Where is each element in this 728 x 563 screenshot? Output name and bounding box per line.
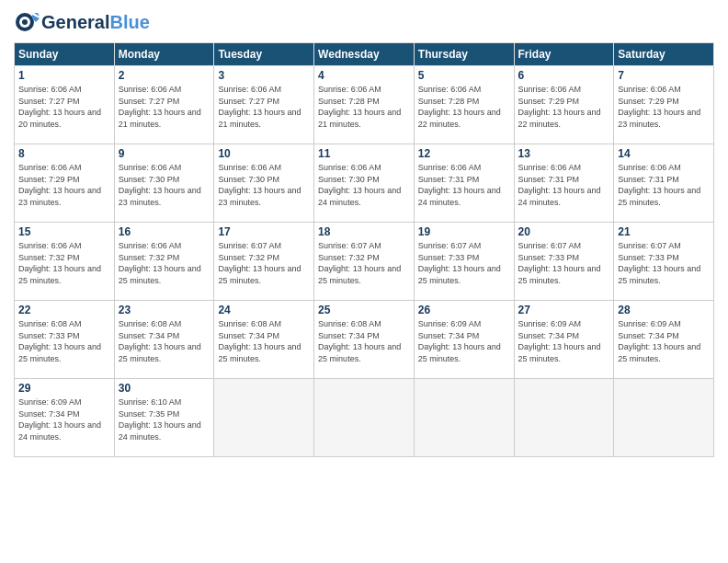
calendar-cell: 12 Sunrise: 6:06 AM Sunset: 7:31 PM Dayl…: [414, 144, 514, 223]
day-number: 3: [218, 69, 310, 82]
calendar-cell: 8 Sunrise: 6:06 AM Sunset: 7:29 PM Dayli…: [15, 144, 115, 223]
day-number: 22: [18, 304, 110, 316]
calendar-cell: 2 Sunrise: 6:06 AM Sunset: 7:27 PM Dayli…: [114, 66, 214, 144]
day-number: 8: [18, 147, 110, 160]
day-info: Sunrise: 6:06 AM Sunset: 7:31 PM Dayligh…: [518, 162, 610, 208]
day-info: Sunrise: 6:06 AM Sunset: 7:30 PM Dayligh…: [119, 162, 210, 208]
day-header-friday: Friday: [514, 43, 614, 66]
calendar-cell: 26 Sunrise: 6:09 AM Sunset: 7:34 PM Dayl…: [414, 301, 514, 379]
day-number: 25: [318, 304, 410, 316]
calendar-cell: 22 Sunrise: 6:08 AM Sunset: 7:33 PM Dayl…: [15, 301, 115, 379]
day-number: 13: [518, 147, 610, 160]
calendar-week-5: 29 Sunrise: 6:09 AM Sunset: 7:34 PM Dayl…: [15, 379, 714, 457]
day-info: Sunrise: 6:07 AM Sunset: 7:32 PM Dayligh…: [218, 240, 310, 286]
day-info: Sunrise: 6:06 AM Sunset: 7:27 PM Dayligh…: [119, 84, 210, 130]
day-info: Sunrise: 6:06 AM Sunset: 7:28 PM Dayligh…: [418, 84, 510, 130]
calendar-cell: 30 Sunrise: 6:10 AM Sunset: 7:35 PM Dayl…: [114, 379, 214, 457]
header: GeneralBlue: [14, 9, 714, 35]
calendar-week-1: 1 Sunrise: 6:06 AM Sunset: 7:27 PM Dayli…: [15, 66, 714, 144]
day-number: 20: [518, 225, 610, 238]
day-number: 14: [618, 147, 710, 160]
day-info: Sunrise: 6:09 AM Sunset: 7:34 PM Dayligh…: [18, 396, 110, 442]
calendar-cell: [414, 379, 514, 457]
calendar-table: SundayMondayTuesdayWednesdayThursdayFrid…: [14, 42, 714, 457]
day-info: Sunrise: 6:06 AM Sunset: 7:27 PM Dayligh…: [218, 84, 310, 130]
calendar-week-3: 15 Sunrise: 6:06 AM Sunset: 7:32 PM Dayl…: [15, 223, 714, 301]
calendar-cell: 25 Sunrise: 6:08 AM Sunset: 7:34 PM Dayl…: [314, 301, 415, 379]
day-number: 27: [518, 304, 610, 316]
logo: GeneralBlue: [14, 9, 150, 35]
logo-icon: [14, 9, 40, 35]
day-info: Sunrise: 6:08 AM Sunset: 7:34 PM Dayligh…: [119, 318, 210, 364]
logo-accent: Blue: [109, 12, 149, 32]
calendar-cell: 17 Sunrise: 6:07 AM Sunset: 7:32 PM Dayl…: [214, 223, 314, 301]
calendar-cell: 21 Sunrise: 6:07 AM Sunset: 7:33 PM Dayl…: [614, 223, 714, 301]
day-number: 21: [618, 225, 710, 238]
calendar-cell: 24 Sunrise: 6:08 AM Sunset: 7:34 PM Dayl…: [214, 301, 314, 379]
calendar-cell: 18 Sunrise: 6:07 AM Sunset: 7:32 PM Dayl…: [314, 223, 415, 301]
calendar-cell: 10 Sunrise: 6:06 AM Sunset: 7:30 PM Dayl…: [214, 144, 314, 223]
day-header-monday: Monday: [114, 43, 214, 66]
day-number: 11: [318, 147, 410, 160]
day-info: Sunrise: 6:08 AM Sunset: 7:34 PM Dayligh…: [218, 318, 310, 364]
day-number: 26: [418, 304, 510, 316]
day-header-wednesday: Wednesday: [314, 43, 415, 66]
calendar-cell: 20 Sunrise: 6:07 AM Sunset: 7:33 PM Dayl…: [514, 223, 614, 301]
calendar-cell: [614, 379, 714, 457]
logo-text: GeneralBlue: [41, 13, 150, 31]
day-info: Sunrise: 6:09 AM Sunset: 7:34 PM Dayligh…: [518, 318, 610, 364]
day-number: 2: [119, 69, 210, 82]
calendar-cell: 4 Sunrise: 6:06 AM Sunset: 7:28 PM Dayli…: [314, 66, 415, 144]
day-info: Sunrise: 6:06 AM Sunset: 7:30 PM Dayligh…: [218, 162, 310, 208]
day-info: Sunrise: 6:06 AM Sunset: 7:29 PM Dayligh…: [18, 162, 110, 208]
calendar-cell: 23 Sunrise: 6:08 AM Sunset: 7:34 PM Dayl…: [114, 301, 214, 379]
calendar-cell: 29 Sunrise: 6:09 AM Sunset: 7:34 PM Dayl…: [15, 379, 115, 457]
day-info: Sunrise: 6:06 AM Sunset: 7:29 PM Dayligh…: [518, 84, 610, 130]
calendar-cell: 28 Sunrise: 6:09 AM Sunset: 7:34 PM Dayl…: [614, 301, 714, 379]
calendar-cell: 19 Sunrise: 6:07 AM Sunset: 7:33 PM Dayl…: [414, 223, 514, 301]
day-info: Sunrise: 6:06 AM Sunset: 7:28 PM Dayligh…: [318, 84, 410, 130]
day-info: Sunrise: 6:07 AM Sunset: 7:32 PM Dayligh…: [318, 240, 410, 286]
day-info: Sunrise: 6:06 AM Sunset: 7:32 PM Dayligh…: [18, 240, 110, 286]
day-number: 4: [318, 69, 410, 82]
day-info: Sunrise: 6:07 AM Sunset: 7:33 PM Dayligh…: [518, 240, 610, 286]
calendar-cell: [514, 379, 614, 457]
calendar-cell: 3 Sunrise: 6:06 AM Sunset: 7:27 PM Dayli…: [214, 66, 314, 144]
day-number: 6: [518, 69, 610, 82]
calendar-cell: 9 Sunrise: 6:06 AM Sunset: 7:30 PM Dayli…: [114, 144, 214, 223]
day-info: Sunrise: 6:09 AM Sunset: 7:34 PM Dayligh…: [418, 318, 510, 364]
day-info: Sunrise: 6:08 AM Sunset: 7:34 PM Dayligh…: [318, 318, 410, 364]
calendar-cell: [314, 379, 415, 457]
svg-point-2: [22, 19, 28, 25]
day-number: 17: [218, 225, 310, 238]
day-number: 23: [119, 304, 210, 316]
day-info: Sunrise: 6:07 AM Sunset: 7:33 PM Dayligh…: [418, 240, 510, 286]
calendar-cell: 27 Sunrise: 6:09 AM Sunset: 7:34 PM Dayl…: [514, 301, 614, 379]
day-info: Sunrise: 6:06 AM Sunset: 7:29 PM Dayligh…: [618, 84, 710, 130]
calendar-cell: 14 Sunrise: 6:06 AM Sunset: 7:31 PM Dayl…: [614, 144, 714, 223]
day-number: 9: [119, 147, 210, 160]
day-header-thursday: Thursday: [414, 43, 514, 66]
calendar-cell: 16 Sunrise: 6:06 AM Sunset: 7:32 PM Dayl…: [114, 223, 214, 301]
day-number: 29: [18, 382, 110, 395]
day-header-sunday: Sunday: [15, 43, 115, 66]
day-info: Sunrise: 6:06 AM Sunset: 7:31 PM Dayligh…: [618, 162, 710, 208]
day-info: Sunrise: 6:07 AM Sunset: 7:33 PM Dayligh…: [618, 240, 710, 286]
day-number: 19: [418, 225, 510, 238]
calendar-cell: 1 Sunrise: 6:06 AM Sunset: 7:27 PM Dayli…: [15, 66, 115, 144]
day-number: 1: [18, 69, 110, 82]
day-info: Sunrise: 6:06 AM Sunset: 7:27 PM Dayligh…: [18, 84, 110, 130]
calendar-week-4: 22 Sunrise: 6:08 AM Sunset: 7:33 PM Dayl…: [15, 301, 714, 379]
day-number: 24: [218, 304, 310, 316]
day-header-tuesday: Tuesday: [214, 43, 314, 66]
calendar-week-2: 8 Sunrise: 6:06 AM Sunset: 7:29 PM Dayli…: [15, 144, 714, 223]
day-info: Sunrise: 6:08 AM Sunset: 7:33 PM Dayligh…: [18, 318, 110, 364]
calendar-header-row: SundayMondayTuesdayWednesdayThursdayFrid…: [15, 43, 714, 66]
day-header-saturday: Saturday: [614, 43, 714, 66]
day-info: Sunrise: 6:06 AM Sunset: 7:31 PM Dayligh…: [418, 162, 510, 208]
calendar-cell: [214, 379, 314, 457]
calendar-cell: 5 Sunrise: 6:06 AM Sunset: 7:28 PM Dayli…: [414, 66, 514, 144]
day-number: 5: [418, 69, 510, 82]
day-info: Sunrise: 6:06 AM Sunset: 7:32 PM Dayligh…: [119, 240, 210, 286]
day-info: Sunrise: 6:09 AM Sunset: 7:34 PM Dayligh…: [618, 318, 710, 364]
